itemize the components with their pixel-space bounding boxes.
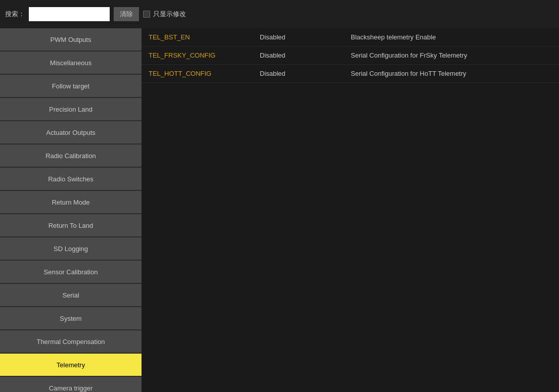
param-name: TEL_BST_EN bbox=[142, 28, 253, 46]
sidebar-item-system[interactable]: System bbox=[0, 307, 142, 329]
table-row[interactable]: TEL_BST_ENDisabledBlacksheep telemetry E… bbox=[142, 28, 559, 46]
param-description: Serial Configuration for FrSky Telemetry bbox=[344, 46, 559, 65]
table-row[interactable]: TEL_FRSKY_CONFIGDisabledSerial Configura… bbox=[142, 46, 559, 65]
param-name: TEL_FRSKY_CONFIG bbox=[142, 46, 253, 65]
content-area: TEL_BST_ENDisabledBlacksheep telemetry E… bbox=[142, 28, 559, 392]
sidebar-item-sd-logging[interactable]: SD Logging bbox=[0, 237, 142, 260]
sidebar-item-camera-trigger[interactable]: Camera trigger bbox=[0, 377, 142, 392]
param-table: TEL_BST_ENDisabledBlacksheep telemetry E… bbox=[142, 28, 559, 83]
app-container: 搜索： 清除 只显示修改 PWM OutputsMiscellaneousFol… bbox=[0, 0, 559, 392]
param-description: Blacksheep telemetry Enable bbox=[344, 28, 559, 46]
show-modified-label: 只显示修改 bbox=[153, 10, 186, 19]
sidebar-item-return-to-land[interactable]: Return To Land bbox=[0, 214, 142, 236]
sidebar-item-thermal-compensation[interactable]: Thermal Compensation bbox=[0, 330, 142, 353]
sidebar-item-pwm-outputs[interactable]: PWM Outputs bbox=[0, 28, 142, 51]
main-content: PWM OutputsMiscellaneousFollow targetPre… bbox=[0, 28, 559, 392]
search-input[interactable] bbox=[29, 7, 110, 21]
top-bar: 搜索： 清除 只显示修改 bbox=[0, 0, 559, 28]
sidebar-item-radio-calibration[interactable]: Radio Calibration bbox=[0, 144, 142, 167]
param-name: TEL_HOTT_CONFIG bbox=[142, 65, 253, 83]
sidebar-item-follow-target[interactable]: Follow target bbox=[0, 75, 142, 97]
sidebar-item-miscellaneous[interactable]: Miscellaneous bbox=[0, 52, 142, 74]
table-row[interactable]: TEL_HOTT_CONFIGDisabledSerial Configurat… bbox=[142, 65, 559, 83]
sidebar: PWM OutputsMiscellaneousFollow targetPre… bbox=[0, 28, 142, 392]
param-description: Serial Configuration for HoTT Telemetry bbox=[344, 65, 559, 83]
clear-button[interactable]: 清除 bbox=[114, 7, 139, 21]
sidebar-item-serial[interactable]: Serial bbox=[0, 284, 142, 306]
show-modified-checkbox[interactable] bbox=[143, 11, 150, 18]
sidebar-item-return-mode[interactable]: Return Mode bbox=[0, 191, 142, 213]
sidebar-item-precision-land[interactable]: Precision Land bbox=[0, 98, 142, 120]
sidebar-item-radio-switches[interactable]: Radio Switches bbox=[0, 168, 142, 190]
param-value: Disabled bbox=[253, 28, 344, 46]
sidebar-item-sensor-calibration[interactable]: Sensor Calibration bbox=[0, 261, 142, 283]
show-modified-area[interactable]: 只显示修改 bbox=[143, 10, 186, 19]
sidebar-item-actuator-outputs[interactable]: Actuator Outputs bbox=[0, 121, 142, 143]
param-value: Disabled bbox=[253, 65, 344, 83]
param-value: Disabled bbox=[253, 46, 344, 65]
sidebar-item-telemetry[interactable]: Telemetry bbox=[0, 354, 142, 376]
search-label: 搜索： bbox=[5, 10, 25, 19]
